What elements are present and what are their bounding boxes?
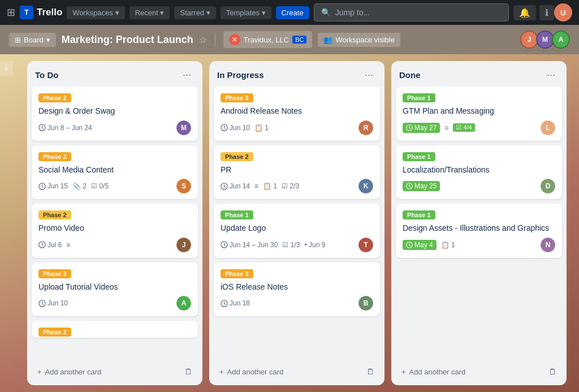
board-header: ⊞ Board ▾ Marketing: Product Launch ☆ ✕ …	[0, 25, 579, 54]
card-meta: Jul 6 ≡	[38, 241, 70, 249]
card-meta: Jun 14 – Jun 30 ☑ 1/3 • Jun 9	[221, 241, 325, 249]
workspaces-button[interactable]: Workspaces ▾	[67, 6, 124, 19]
card-tag: Phase 3	[38, 152, 71, 161]
search-bar[interactable]: 🔍	[314, 3, 509, 21]
list-title-inprogress: In Progress	[217, 70, 264, 80]
card-footer: Jun 14 – Jun 30 ☑ 1/3 • Jun 9 T	[221, 238, 373, 252]
card-footer: Jun 18 B	[221, 296, 373, 311]
list-menu-done[interactable]: ···	[543, 68, 559, 82]
card-title: GTM Plan and Messaging	[403, 106, 555, 117]
add-card-inprogress[interactable]: + Add another card 🗒	[214, 363, 380, 381]
card-date: Jun 15	[38, 182, 68, 190]
card-tag: Phase 1	[403, 210, 435, 219]
card-partial[interactable]: Phase 2	[32, 321, 198, 338]
top-nav: ⊞ T Trello Workspaces ▾ Recent ▾ Starred…	[0, 0, 579, 25]
card-android-release[interactable]: Phase 3 Android Release Notes Jun 10 📋 1…	[214, 87, 380, 141]
search-input[interactable]	[335, 8, 502, 17]
card-meta: Jun 15 📎 2 ☑ 0/5	[38, 182, 109, 190]
card-meta: May 4 📋 1	[403, 240, 455, 250]
list-menu-inprogress[interactable]: ···	[361, 68, 377, 82]
card-pr[interactable]: Phase 2 PR Jun 14 ≡ 📋 1 ☑ 2/3 K	[214, 145, 380, 200]
card-title: Social Media Content	[38, 165, 191, 176]
card-footer: May 25 D	[403, 179, 555, 193]
card-footer: Jul 6 ≡ J	[38, 238, 191, 252]
card-avatar: R	[358, 120, 373, 135]
card-tag: Phase 2	[38, 93, 71, 102]
templates-button[interactable]: Templates ▾	[221, 6, 271, 19]
card-footer: Jun 15 📎 2 ☑ 0/5 S	[38, 179, 191, 193]
cards-done: Phase 1 GTM Plan and Messaging May 27 ≡ …	[391, 87, 567, 360]
trello-wordmark: Trello	[37, 7, 62, 18]
card-avatar: K	[358, 179, 373, 193]
card-bookmark: 📋 1	[254, 124, 269, 132]
notifications-button[interactable]: 🔔	[513, 5, 536, 20]
header-avatar-3[interactable]: A	[552, 31, 570, 49]
card-tag: Phase 2	[221, 152, 253, 161]
card-date-badge: May 27	[403, 123, 440, 133]
card-title: Upload Tutorial Videos	[38, 282, 191, 293]
card-date: Jul 6	[38, 241, 62, 249]
card-update-logo[interactable]: Phase 1 Update Logo Jun 14 – Jun 30 ☑ 1/…	[214, 204, 380, 258]
board-view-button[interactable]: ⊞ Board ▾	[9, 33, 56, 47]
create-button[interactable]: Create	[276, 6, 309, 19]
card-design-swag[interactable]: Phase 2 Design & Order Swag Jun 8 – Jun …	[32, 87, 198, 141]
plus-icon: +	[401, 368, 406, 376]
chevron-down-icon: ▾	[115, 8, 119, 17]
card-gtm-plan[interactable]: Phase 1 GTM Plan and Messaging May 27 ≡ …	[396, 87, 562, 141]
card-meta: Jun 10	[38, 299, 68, 307]
info-button[interactable]: ℹ	[539, 5, 554, 20]
card-avatar: J	[176, 238, 191, 252]
card-social-media[interactable]: Phase 3 Social Media Content Jun 15 📎 2 …	[32, 145, 198, 200]
card-checklist: ☑ 0/5	[91, 182, 109, 190]
card-ios-release[interactable]: Phase 3 iOS Release Notes Jun 18 B	[214, 262, 380, 317]
sidebar-toggle[interactable]: »	[0, 61, 13, 76]
card-checklist: ☑ 2/3	[282, 182, 299, 190]
visibility-button[interactable]: 👥 Workspace visible	[318, 33, 400, 47]
add-card-label: Add another card	[227, 368, 284, 376]
workspace-badge[interactable]: ✕ Travidux, LLC BC	[223, 31, 313, 48]
card-localization[interactable]: Phase 1 Localization/Translations May 25…	[396, 145, 562, 200]
card-tag: Phase 1	[403, 152, 435, 161]
add-card-left: + Add another card	[37, 368, 101, 376]
card-meta: Jun 14 ≡ 📋 1 ☑ 2/3	[221, 182, 299, 190]
card-meta: May 27 ≡ ☑ 4/4	[403, 123, 475, 133]
card-title: iOS Release Notes	[221, 282, 373, 293]
card-description: ≡	[66, 241, 70, 249]
board-icon: ⊞	[15, 36, 21, 44]
card-promo-video[interactable]: Phase 2 Promo Video Jul 6 ≡ J	[32, 204, 198, 258]
plus-icon: +	[219, 368, 224, 376]
list-todo: To Do ··· Phase 2 Design & Order Swag Ju…	[27, 61, 202, 385]
card-template-icon: 🗒	[548, 367, 556, 376]
trello-logo: T Trello	[20, 6, 62, 19]
card-checklist: ☑ 1/3	[282, 241, 300, 249]
board-title: Marketing: Product Launch	[62, 34, 193, 46]
trello-logo-box: T	[20, 6, 33, 19]
starred-button[interactable]: Starred ▾	[174, 6, 215, 19]
add-card-left: + Add another card	[401, 368, 465, 376]
card-meta: May 25	[403, 181, 440, 191]
list-menu-todo[interactable]: ···	[179, 68, 195, 82]
card-footer: Jun 10 A	[38, 296, 191, 311]
card-avatar: S	[176, 179, 191, 193]
search-icon: 🔍	[321, 8, 331, 17]
grid-icon[interactable]: ⊞	[7, 6, 15, 19]
card-tutorial-videos[interactable]: Phase 3 Upload Tutorial Videos Jun 10 A	[32, 262, 198, 317]
board-body: » To Do ··· Phase 2 Design & Order Swag …	[0, 54, 579, 392]
add-card-done[interactable]: + Add another card 🗒	[396, 363, 562, 381]
card-avatar: B	[358, 296, 373, 311]
card-due-note: • Jun 9	[304, 241, 325, 249]
recent-button[interactable]: Recent ▾	[129, 6, 170, 19]
card-attachments: 📎 2	[72, 182, 87, 190]
card-design-assets[interactable]: Phase 1 Design Assets - Illustrations an…	[396, 204, 562, 258]
star-icon[interactable]: ☆	[199, 35, 207, 45]
card-attachment-count: 📋 1	[263, 182, 277, 190]
card-avatar: A	[176, 296, 191, 311]
add-card-todo[interactable]: + Add another card 🗒	[32, 363, 198, 381]
visibility-label: Workspace visible	[335, 36, 395, 44]
workspace-name: Travidux, LLC	[244, 36, 289, 44]
card-checklist-complete: ☑ 4/4	[453, 123, 474, 132]
card-tag: Phase 1	[403, 93, 435, 102]
card-avatar: M	[176, 120, 191, 135]
user-avatar[interactable]: U	[554, 3, 572, 21]
card-title: Design Assets - Illustrations and Graphi…	[403, 223, 555, 234]
